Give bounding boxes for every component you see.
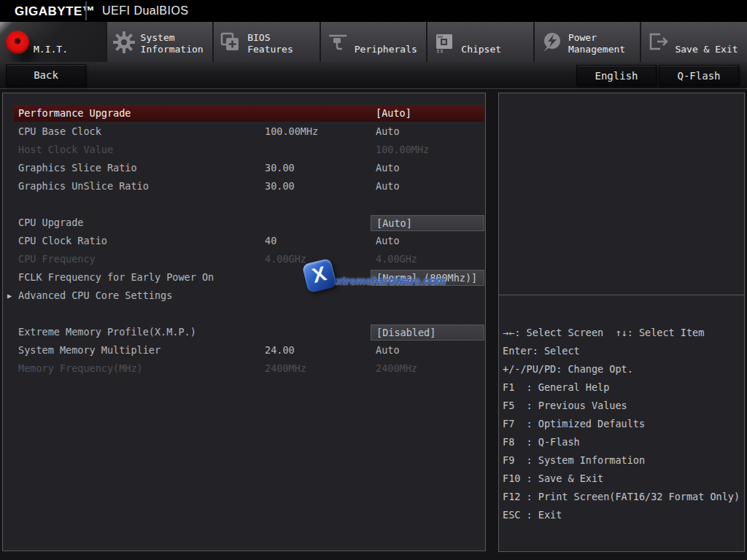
setting-option-value: Auto [371, 160, 484, 176]
setting-option-value: Auto [371, 343, 484, 359]
setting-label: Advanced CPU Core Settings [14, 288, 373, 304]
settings-rows: Performance Upgrade [Auto] CPU Base Cloc… [3, 105, 485, 378]
setting-option-value: Auto [371, 233, 484, 249]
gigabyte-logo: GIGABYTE™ [15, 4, 95, 19]
title-bar: GIGABYTE™ UEFI DualBIOS [0, 0, 747, 22]
tab-label: System Information [141, 32, 204, 62]
setting-current-value: 4.00GHz [265, 252, 306, 268]
setting-option-value: 100.00MHz [371, 142, 484, 158]
settings-row[interactable]: Memory Frequency(MHz) 2400MHz 2400MHz [3, 360, 485, 378]
setting-option-value: [Auto] [371, 106, 484, 122]
back-button[interactable]: Back [6, 64, 86, 86]
settings-row[interactable]: Graphics Slice Ratio 30.00 Auto [3, 160, 485, 178]
tab-peripherals[interactable]: Peripherals [321, 22, 428, 62]
setting-label: CPU Frequency [14, 252, 373, 268]
tab-label: Power Management [568, 32, 625, 62]
settings-row[interactable]: CPU Base Clock 100.00MHz Auto [3, 123, 485, 141]
help-line: F8 : Q-Flash [503, 433, 744, 451]
setting-label: Extreme Memory Profile(X.M.P.) [14, 324, 373, 341]
setting-option-value: [Disabled] [371, 324, 484, 341]
settings-row[interactable]: Performance Upgrade [Auto] [3, 105, 485, 123]
help-line: F10 : Save & Exit [503, 470, 744, 488]
settings-row[interactable]: CPU Upgrade [Auto] [3, 214, 485, 233]
setting-current-value: 30.00 [265, 179, 295, 195]
tab-label: Peripherals [355, 44, 417, 62]
setting-label: CPU Clock Ratio [14, 233, 373, 249]
help-line: F1 : General Help [503, 378, 744, 397]
setting-label: Graphics Slice Ratio [14, 160, 373, 176]
setting-current-value: 24.00 [265, 343, 295, 359]
tab-bar: M.I.T. System Information [0, 22, 747, 62]
settings-row[interactable]: CPU Clock Ratio 40 Auto [3, 233, 485, 251]
tab-label: M.I.T. [34, 44, 68, 62]
settings-row[interactable]: Host Clock Value 100.00MHz [3, 141, 485, 160]
setting-label: CPU Upgrade [14, 215, 373, 231]
settings-row[interactable]: FCLK Frequency for Early Power On [Norma… [3, 269, 485, 287]
setting-option-value [371, 288, 484, 304]
settings-row[interactable]: CPU Frequency 4.00GHz 4.00GHz [3, 251, 485, 269]
power-bolt-icon [535, 31, 568, 53]
setting-current-value: 30.00 [265, 160, 295, 176]
language-button[interactable]: English [576, 65, 657, 85]
mit-red-dot-icon [6, 31, 29, 54]
tab-system-information[interactable]: System Information [107, 22, 214, 62]
settings-row[interactable]: Extreme Memory Profile(X.M.P.) [Disabled… [3, 324, 485, 342]
tab-chipset[interactable]: Chipset [427, 22, 535, 62]
chipset-icon [427, 31, 461, 53]
qflash-button[interactable]: Q-Flash [659, 65, 739, 85]
titlebar-divider [85, 1, 87, 20]
tab-bios-features[interactable]: BIOS Features [214, 22, 321, 62]
help-line: F12 : Print Screen(FAT16/32 Format Only) [503, 488, 744, 506]
help-line: F5 : Previous Values [503, 397, 744, 415]
bios-title: UEFI DualBIOS [102, 4, 189, 18]
help-line: ESC : Exit [503, 506, 744, 524]
tab-label: BIOS Features [247, 32, 293, 62]
setting-current-value: 100.00MHz [265, 124, 318, 140]
key-help-panel: →←: Select Screen ↑↓: Select ItemEnter: … [498, 295, 745, 552]
setting-label: Host Clock Value [14, 142, 373, 158]
tab-power-management[interactable]: Power Management [535, 22, 642, 62]
tab-label: Chipset [461, 44, 501, 62]
peripherals-icon [321, 31, 355, 53]
setting-option-value: 2400MHz [371, 361, 484, 377]
setting-current-value: 40 [265, 233, 276, 249]
setting-label: CPU Base Clock [14, 124, 373, 140]
help-line: Enter: Select [503, 342, 744, 360]
bios-features-icon [214, 31, 247, 53]
setting-option-value: 4.00GHz [371, 252, 484, 268]
setting-option-value: Auto [371, 179, 484, 195]
setting-label: FCLK Frequency for Early Power On [14, 270, 373, 286]
help-line: →←: Select Screen ↑↓: Select Item [503, 324, 744, 342]
setting-current-value: 2400MHz [265, 361, 306, 377]
settings-row[interactable]: System Memory Multiplier 24.00 Auto [3, 342, 485, 360]
tab-mit[interactable]: M.I.T. [0, 22, 107, 62]
help-line: +/-/PU/PD: Change Opt. [503, 360, 744, 378]
tab-save-exit[interactable]: Save & Exit [641, 22, 747, 62]
settings-row[interactable]: Graphics UnSlice Ratio 30.00 Auto [3, 178, 485, 196]
setting-label: System Memory Multiplier [14, 343, 373, 359]
help-line: F9 : System Information [503, 451, 744, 470]
save-exit-icon [641, 31, 675, 53]
settings-row[interactable]: ▶ Advanced CPU Core Settings [3, 287, 485, 306]
gear-icon [107, 31, 141, 53]
setting-option-value: [Normal (800Mhz)] [371, 270, 484, 286]
setting-option-value: Auto [371, 124, 484, 140]
setting-label: Performance Upgrade [14, 106, 373, 122]
setting-label: Memory Frequency(MHz) [14, 361, 373, 377]
help-line: F7 : Optimized Defaults [503, 415, 744, 433]
settings-panel: Performance Upgrade [Auto] CPU Base Cloc… [2, 93, 486, 551]
setting-option-value: [Auto] [371, 215, 484, 231]
tab-label: Save & Exit [675, 44, 738, 62]
setting-label: Graphics UnSlice Ratio [14, 179, 373, 195]
item-help-panel [498, 93, 745, 295]
submenu-arrow-icon: ▶ [7, 288, 12, 304]
